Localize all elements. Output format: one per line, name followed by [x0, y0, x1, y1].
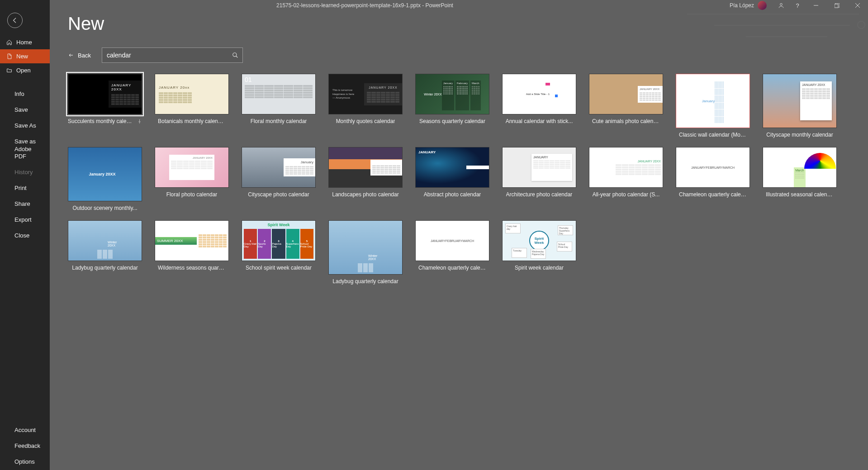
arrow-left-icon — [68, 52, 74, 58]
template-wilderness[interactable]: SUMMER 20XXWilderness seasons quarter... — [155, 220, 229, 285]
sidebar-item-saveas[interactable]: Save As — [0, 118, 50, 134]
template-thumbnail[interactable] — [328, 147, 403, 188]
template-thumbnail[interactable]: JANUARY 20XX — [763, 74, 837, 128]
sidebar-item-print[interactable]: Print — [0, 180, 50, 196]
back-button[interactable] — [7, 13, 23, 28]
sidebar-item-close[interactable]: Close — [0, 228, 50, 244]
template-label-row: Cityscape photo calendar — [248, 191, 309, 198]
sidebar-item-account[interactable]: Account — [0, 423, 50, 438]
template-floralphoto[interactable]: JANUARY 20XXFloral photo calendar — [155, 147, 229, 211]
template-label: Classic wall calendar (Mon-... — [679, 132, 747, 138]
sidebar-item-saveaspdf[interactable]: Save as Adobe PDF — [0, 134, 50, 165]
sidebar-item-share[interactable]: Share — [0, 196, 50, 212]
back-link[interactable]: Back — [68, 52, 91, 59]
template-thumbnail[interactable]: SUMMER 20XX — [155, 220, 229, 261]
sidebar-item-open[interactable]: Open — [0, 63, 50, 77]
sidebar-item-home[interactable]: Home — [0, 35, 50, 49]
search-wrap — [102, 47, 243, 63]
template-succulents[interactable]: JANUARY 20XXSucculents monthly calendar — [68, 74, 142, 138]
sidebar-item-new[interactable]: New — [0, 49, 50, 63]
template-search-input[interactable] — [102, 47, 243, 63]
template-thumbnail[interactable]: JANUARYFEBRUARYMARCH — [415, 220, 489, 261]
template-label-row: School spirit week calendar — [246, 265, 312, 271]
template-label-row: All-year photo calendar (S... — [593, 191, 660, 198]
template-label: Cute animals photo calendar — [592, 118, 660, 124]
template-label: Monthly quotes calendar — [336, 118, 395, 124]
template-abstract[interactable]: JANUARYAbstract photo calendar — [415, 147, 489, 211]
template-thumbnail[interactable]: JANUARY 20xx — [155, 74, 229, 114]
svg-point-5 — [233, 53, 237, 57]
sidebar-item-options[interactable]: Options — [0, 454, 50, 470]
template-label-row: Outdoor scenery monthly... — [72, 205, 137, 211]
template-cityphoto[interactable]: JanuaryCityscape photo calendar — [242, 147, 316, 211]
template-illustrated[interactable]: MarchIllustrated seasonal calenda... — [763, 147, 837, 211]
template-thumbnail[interactable]: JANUARY 20XX — [155, 147, 229, 188]
sidebar-item-save[interactable]: Save — [0, 102, 50, 118]
template-cute[interactable]: JANUARY 20XXCute animals photo calendar — [589, 74, 663, 138]
template-thumbnail[interactable]: JANUARY — [502, 147, 576, 188]
document-title: 21575-02-lessons-learned-powerpoint-temp… — [0, 2, 730, 9]
template-ladybugq[interactable]: Winter 20XXLadybug quarterly calendar — [68, 220, 142, 285]
template-label: Ladybug quarterly calendar — [332, 278, 398, 285]
template-outdoor[interactable]: January 20XXOutdoor scenery monthly... — [68, 147, 142, 211]
template-spiritweek[interactable]: Spirit WeekCrazy hair dayTuesdayWednesda… — [502, 220, 576, 285]
template-seasons[interactable]: Winter 20XXJanuaryFebruaryMarchSeasons q… — [415, 74, 489, 138]
template-label: Floral photo calendar — [166, 191, 218, 198]
template-chameleonq2[interactable]: JANUARYFEBRUARYMARCHChameleon quarterly … — [415, 220, 489, 285]
template-label: Landscapes photo calendar — [332, 191, 398, 198]
template-thumbnail[interactable]: Spirit Week1Crazy Hair Day2Sports Day3Pa… — [242, 220, 316, 261]
template-label-row: Ladybug quarterly calendar — [72, 265, 138, 271]
template-landscapes[interactable]: Landscapes photo calendar — [328, 147, 403, 211]
template-label: Chameleon quarterly calen... — [679, 191, 747, 198]
template-architecture[interactable]: JANUARYArchitecture photo calendar — [502, 147, 576, 211]
search-button[interactable] — [228, 47, 243, 63]
template-thumbnail[interactable]: This is tomorrowHappiness is here— Anony… — [328, 74, 403, 114]
window-restore-button[interactable] — [826, 0, 847, 11]
template-thumbnail[interactable]: Add a Slide Title - 1 — [502, 74, 576, 114]
template-cityscape[interactable]: JANUARY 20XXCityscape monthly calendar — [763, 74, 837, 138]
template-thumbnail[interactable]: JANUARY 20XX — [589, 74, 663, 114]
template-thumbnail[interactable]: JANUARYFEBRUARYMARCH — [676, 147, 750, 188]
template-label-row: Ladybug quarterly calendar — [332, 278, 398, 285]
template-ladybugq2[interactable]: Winter 20XXLadybug quarterly calendar — [328, 220, 403, 285]
template-label-row: Floral monthly calendar — [251, 118, 307, 124]
sidebar-item-feedback[interactable]: Feedback — [0, 438, 50, 454]
template-thumbnail[interactable]: JANUARY 20XX — [68, 74, 142, 114]
template-thumbnail[interactable]: 01 — [242, 74, 316, 114]
template-thumbnail[interactable]: January — [242, 147, 316, 188]
window-close-button[interactable] — [847, 0, 868, 11]
back-link-label: Back — [78, 52, 91, 59]
sidebar-item-info[interactable]: Info — [0, 86, 50, 102]
template-chameleonq[interactable]: JANUARYFEBRUARYMARCHChameleon quarterly … — [676, 147, 750, 211]
window-minimize-button[interactable] — [806, 0, 826, 11]
pin-icon[interactable] — [137, 119, 142, 124]
template-quotes[interactable]: This is tomorrowHappiness is here— Anony… — [328, 74, 403, 138]
sidebar-item-export[interactable]: Export — [0, 212, 50, 228]
template-thumbnail[interactable]: Winter 20XXJanuaryFebruaryMarch — [415, 74, 489, 114]
template-allyear[interactable]: JANUARY 20XXAll-year photo calendar (S..… — [589, 147, 663, 211]
template-thumbnail[interactable]: Winter 20XX — [328, 220, 403, 275]
template-schoolspirit[interactable]: Spirit Week1Crazy Hair Day2Sports Day3Pa… — [242, 220, 316, 285]
template-label: Ladybug quarterly calendar — [72, 265, 138, 271]
template-annual[interactable]: Add a Slide Title - 1Annual calendar wit… — [502, 74, 576, 138]
template-thumbnail[interactable]: January 20XX — [68, 147, 142, 201]
template-thumbnail[interactable]: Spirit WeekCrazy hair dayTuesdayWednesda… — [502, 220, 576, 261]
template-thumbnail[interactable]: Winter 20XX — [68, 220, 142, 261]
template-label-row: Chameleon quarterly calen... — [418, 265, 486, 271]
account-manager-icon[interactable] — [773, 0, 789, 11]
template-botanicals[interactable]: JANUARY 20xxBotanicals monthly calendar — [155, 74, 229, 138]
template-label-row: Seasons quarterly calendar — [419, 118, 485, 124]
template-floralmonth[interactable]: 01Floral monthly calendar — [242, 74, 316, 138]
template-thumbnail[interactable]: JANUARY — [415, 147, 489, 188]
template-classic[interactable]: JanuaryClassic wall calendar (Mon-... — [676, 74, 750, 138]
template-label: Cityscape photo calendar — [248, 191, 309, 198]
help-icon[interactable]: ? — [789, 0, 806, 11]
template-thumbnail[interactable]: March — [763, 147, 837, 188]
template-thumbnail[interactable]: January — [676, 74, 750, 128]
template-label: Spirit week calendar — [515, 265, 564, 271]
template-label: Chameleon quarterly calen... — [418, 265, 486, 271]
svg-point-0 — [780, 3, 783, 5]
user-name[interactable]: Pía López — [730, 2, 754, 9]
user-avatar[interactable] — [758, 1, 767, 10]
template-thumbnail[interactable]: JANUARY 20XX — [589, 147, 663, 188]
